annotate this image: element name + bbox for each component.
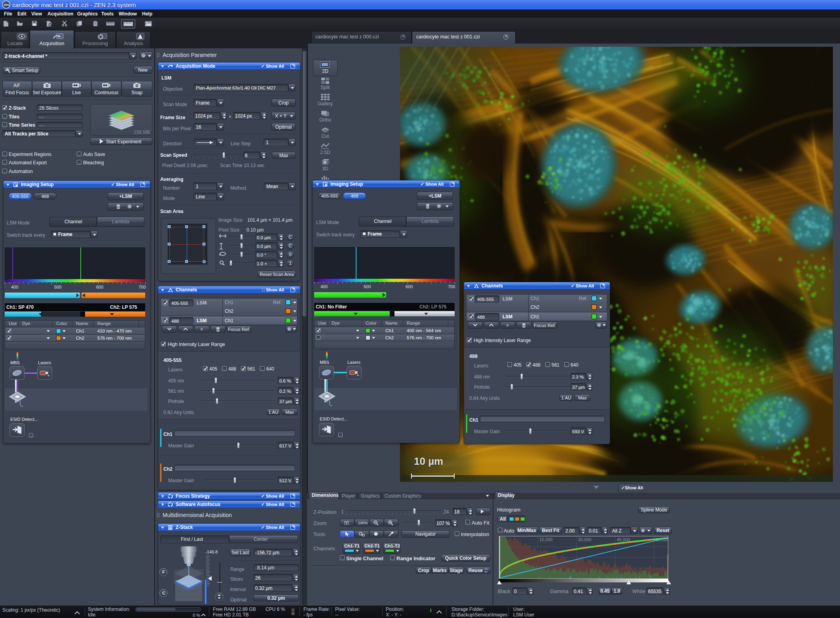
svg-text:15,000: 15,000 <box>539 537 553 542</box>
svg-text:45,000: 45,000 <box>617 537 630 542</box>
svg-text:30,000: 30,000 <box>578 537 592 542</box>
